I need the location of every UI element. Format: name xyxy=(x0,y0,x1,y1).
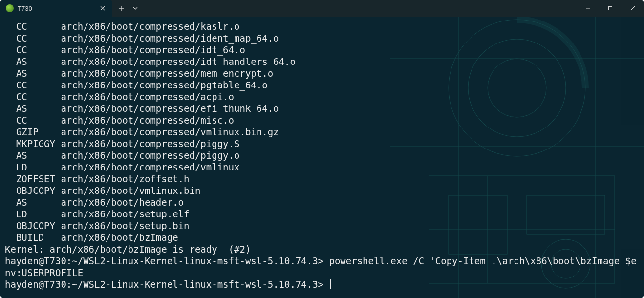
svg-rect-14 xyxy=(609,7,612,10)
prompt-line: hayden@T730:~/WSL2-Linux-Kernel-linux-ms… xyxy=(5,255,639,278)
close-icon xyxy=(100,6,105,11)
cursor xyxy=(330,279,331,289)
prompt-line: hayden@T730:~/WSL2-Linux-Kernel-linux-ms… xyxy=(5,278,639,290)
build-output-line: LD arch/x86/boot/compressed/vmlinux xyxy=(5,161,639,173)
minimize-button[interactable] xyxy=(577,0,599,17)
build-output-line: CC arch/x86/boot/compressed/ident_map_64… xyxy=(5,32,639,44)
build-output-line: CC arch/x86/boot/compressed/pgtable_64.o xyxy=(5,79,639,91)
build-output-line: CC arch/x86/boot/compressed/acpi.o xyxy=(5,91,639,103)
build-output-line: LD arch/x86/boot/setup.elf xyxy=(5,208,639,220)
kernel-ready-line: Kernel: arch/x86/boot/bzImage is ready (… xyxy=(5,243,639,255)
window-controls xyxy=(577,0,644,17)
build-output-line: ZOFFSET arch/x86/boot/zoffset.h xyxy=(5,173,639,185)
build-output-line: AS arch/x86/boot/header.o xyxy=(5,196,639,208)
close-window-button[interactable] xyxy=(622,0,644,17)
plus-icon xyxy=(119,5,125,11)
terminal-output[interactable]: CC arch/x86/boot/compressed/kaslr.o CC a… xyxy=(0,17,644,295)
tab-active[interactable]: T730 xyxy=(0,0,112,17)
tab-title: T730 xyxy=(18,5,95,12)
build-output-line: CC arch/x86/boot/compressed/kaslr.o xyxy=(5,21,639,32)
titlebar[interactable]: T730 xyxy=(0,0,644,17)
new-tab-button[interactable] xyxy=(118,5,125,12)
build-output-line: MKPIGGY arch/x86/boot/compressed/piggy.S xyxy=(5,138,639,149)
terminal-window: T730 CC arch/x86/boot/co xyxy=(0,0,644,298)
build-output-line: CC arch/x86/boot/compressed/misc.o xyxy=(5,114,639,126)
build-output-line: OBJCOPY arch/x86/boot/vmlinux.bin xyxy=(5,185,639,196)
tab-actions xyxy=(112,0,145,17)
close-icon xyxy=(630,6,635,11)
build-output-line: AS arch/x86/boot/compressed/idt_handlers… xyxy=(5,56,639,67)
build-output-line: AS arch/x86/boot/compressed/piggy.o xyxy=(5,149,639,161)
build-output-line: AS arch/x86/boot/compressed/efi_thunk_64… xyxy=(5,103,639,114)
build-output-line: BUILD arch/x86/boot/bzImage xyxy=(5,232,639,243)
build-output-line: GZIP arch/x86/boot/compressed/vmlinux.bi… xyxy=(5,126,639,138)
tab-dropdown-button[interactable] xyxy=(132,5,139,12)
build-output-line: CC arch/x86/boot/compressed/idt_64.o xyxy=(5,44,639,56)
close-tab-button[interactable] xyxy=(99,4,107,12)
maximize-button[interactable] xyxy=(599,0,622,17)
opensuse-icon xyxy=(6,4,14,12)
chevron-down-icon xyxy=(132,5,138,11)
minimize-icon xyxy=(585,6,590,11)
build-output-line: OBJCOPY arch/x86/boot/setup.bin xyxy=(5,220,639,232)
maximize-icon xyxy=(608,6,613,11)
build-output-line: AS arch/x86/boot/compressed/mem_encrypt.… xyxy=(5,67,639,79)
